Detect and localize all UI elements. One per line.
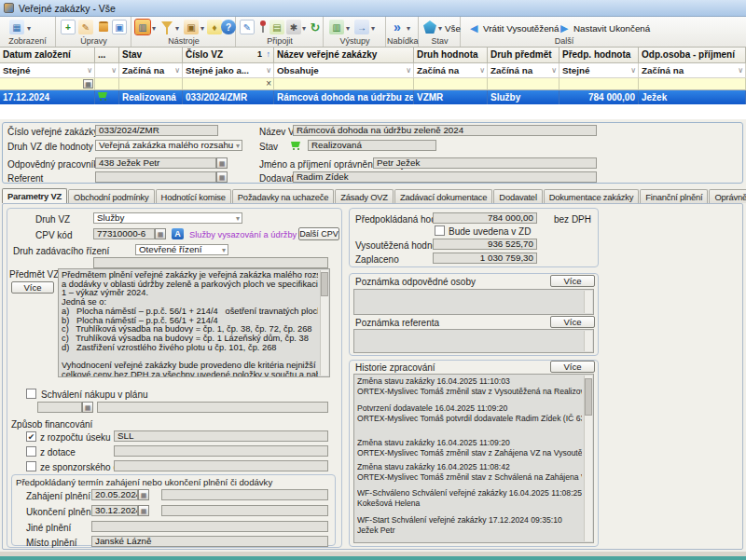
cell-cislo-vz[interactable]: 033/2024/ZMR <box>183 90 274 104</box>
filter-input[interactable]: × <box>183 78 274 90</box>
chevron-down-icon[interactable]: ▾ <box>222 246 226 255</box>
copy-record-icon[interactable]: ▣ <box>112 20 127 34</box>
snapshot-icon[interactable]: ▣ <box>184 20 199 34</box>
filter-input[interactable] <box>488 78 560 90</box>
cell-druh-predmet[interactable]: Služby <box>488 90 560 104</box>
lookup-button[interactable]: ▦ <box>155 228 166 239</box>
fin-dotace-checkbox[interactable] <box>26 446 36 457</box>
chevron-down-icon[interactable]: ▾ <box>200 24 204 33</box>
columns-settings-icon[interactable]: ▥ <box>135 20 150 34</box>
filter-operator[interactable]: Obsahuje∨ <box>274 63 414 78</box>
pin-icon[interactable] <box>260 20 266 26</box>
new-record-icon[interactable]: + <box>61 20 76 34</box>
scrollbar[interactable] <box>584 376 592 541</box>
cislo-vz-field[interactable]: 033/2024/ZMR <box>95 125 218 136</box>
ukonceni-extra-field[interactable] <box>161 505 328 516</box>
delete-record-icon[interactable] <box>99 21 108 32</box>
output-icon[interactable]: → <box>354 20 369 34</box>
referent-field[interactable] <box>95 171 216 183</box>
fin-useku-field[interactable]: SLL <box>114 430 328 442</box>
filter-operator[interactable]: Začíná na∨ <box>119 63 183 78</box>
filter-operator[interactable]: Začíná na∨ <box>414 63 488 78</box>
filter-input[interactable] <box>414 78 488 90</box>
refresh-icon[interactable]: ↻ <box>308 20 323 34</box>
forward-arrow-icon[interactable]: ▶ <box>560 22 568 34</box>
tab-hodnotici-komise[interactable]: Hodnotící komise <box>156 189 231 203</box>
edit-record-icon[interactable]: ✎ <box>78 20 93 34</box>
historie-vice-button[interactable]: Více <box>550 361 595 373</box>
chevron-down-icon[interactable]: ∨ <box>174 66 180 75</box>
predmet-vice-button[interactable]: Více <box>11 281 54 294</box>
cell-icon[interactable] <box>95 90 119 104</box>
cell-predp-hodnota[interactable]: 784 000,00 <box>560 90 639 104</box>
chevron-down-icon[interactable]: ▾ <box>407 24 410 33</box>
help-icon[interactable]: ? <box>221 20 236 34</box>
ukonceni-field[interactable]: 30.12.2024 <box>91 505 138 516</box>
fin-daru-checkbox[interactable] <box>26 461 36 471</box>
filter-input[interactable] <box>560 78 639 90</box>
tab-dokumentace-zakazky[interactable]: Dokumentace zakázky <box>544 189 640 203</box>
opravnena-osoba-field[interactable]: Petr Ježek <box>373 157 597 169</box>
druh-vz-dropdown[interactable]: Služby▾ <box>93 212 242 224</box>
column-header-druh-predmet[interactable]: Druh předmět <box>488 48 560 63</box>
scrollbar-thumb[interactable] <box>321 272 328 296</box>
schvaleni-checkbox[interactable] <box>26 389 36 399</box>
lookup-button[interactable]: ▦ <box>216 157 228 169</box>
cpv-kod-field[interactable]: 77310000-6 <box>93 228 155 239</box>
filter-input[interactable]: ▦ <box>0 78 95 90</box>
cell-stav[interactable]: Realizovaná <box>119 90 183 104</box>
predmet-vz-textarea[interactable]: Předmětem plnění veřejné zakázky je veře… <box>58 268 330 377</box>
column-header-nazev[interactable]: Název veřejné zakázky <box>274 48 414 63</box>
column-header-odp-osoba[interactable]: Odp.osoba - příjmení <box>639 48 746 63</box>
vysoutezena-field[interactable]: 936 525,70 <box>433 239 537 250</box>
misto-plneni-field[interactable]: Janské Lázně <box>91 536 328 547</box>
poznamka-odp-vice-button[interactable]: Více <box>550 275 595 287</box>
cell-odp-osoba[interactable]: Ježek <box>639 90 746 104</box>
nastavit-ukoncena-button[interactable]: Nastavit Ukončená <box>573 23 650 34</box>
state-pentagon-icon[interactable] <box>423 20 436 34</box>
druh-rizeni-dropdown[interactable]: Otevřené řízení▾ <box>135 244 228 255</box>
lookup-icon[interactable]: ▦ <box>83 79 93 89</box>
chevron-down-icon[interactable]: ▾ <box>438 24 442 33</box>
column-header-stav[interactable]: Stav <box>119 48 183 63</box>
schvaleni-code-field[interactable] <box>37 402 82 413</box>
chevron-down-icon[interactable]: ▾ <box>27 24 31 33</box>
clear-filter-icon[interactable]: × <box>266 78 271 89</box>
note-icon[interactable]: ✎ <box>240 20 255 34</box>
filter-operator[interactable]: Stejné∨ <box>560 63 639 78</box>
filter-input[interactable] <box>639 78 746 90</box>
chevron-down-icon[interactable]: ∨ <box>479 66 485 75</box>
tab-dodavatel[interactable]: Dodavatel <box>493 189 542 203</box>
tab-zasady-ovz[interactable]: Zásady OVZ <box>335 189 394 203</box>
chevron-down-icon[interactable]: ▾ <box>236 142 240 151</box>
form-icon[interactable]: ▤ <box>269 20 284 34</box>
fin-daru-field[interactable] <box>114 460 328 471</box>
cell-druh-hodnota[interactable]: VZMR <box>414 90 488 104</box>
scrollbar[interactable] <box>320 270 328 376</box>
filter-operator[interactable]: Začíná na∨ <box>488 63 560 78</box>
tab-zadavaci-dokumentace[interactable]: Zadávací dokumentace <box>394 189 492 203</box>
chevron-down-icon[interactable]: ▾ <box>371 24 375 33</box>
rizeni-extra-field[interactable] <box>93 257 328 268</box>
chevron-down-icon[interactable]: ∨ <box>738 66 743 75</box>
calendar-icon[interactable]: ▦ <box>138 489 149 500</box>
bude-uvedena-checkbox[interactable] <box>435 225 445 236</box>
chevron-down-icon[interactable]: ▾ <box>346 24 350 33</box>
tab-financni-plneni[interactable]: Finanční plnění <box>640 189 708 203</box>
column-header-predp-hodnota[interactable]: Předp. hodnota <box>560 48 639 63</box>
predpokladana-field[interactable]: 784 000,00 <box>433 212 537 224</box>
calendar-icon[interactable]: ▦ <box>138 505 149 516</box>
filter-operator[interactable]: ∨ <box>95 63 119 78</box>
menu-arrows-icon[interactable]: » <box>390 20 405 34</box>
historie-textarea[interactable]: Změna stavu zakázky 16.04.2025 11:10:03O… <box>353 374 594 543</box>
tab-parametry-vz[interactable]: Parametry VZ <box>2 188 67 203</box>
fin-useku-checkbox[interactable]: ✔ <box>26 431 36 442</box>
export-icon[interactable]: ▥ <box>329 20 344 34</box>
state-filter-value[interactable]: Vše <box>445 23 461 34</box>
filter-operator[interactable]: Stejné∨ <box>0 63 95 78</box>
column-header-datum[interactable]: Datum založení <box>0 48 95 63</box>
filter-icon[interactable] <box>161 21 173 29</box>
chevron-down-icon[interactable]: ∨ <box>406 66 411 75</box>
column-header-druh-hodnota[interactable]: Druh hodnota <box>414 48 488 63</box>
chevron-down-icon[interactable]: ▾ <box>152 24 156 33</box>
